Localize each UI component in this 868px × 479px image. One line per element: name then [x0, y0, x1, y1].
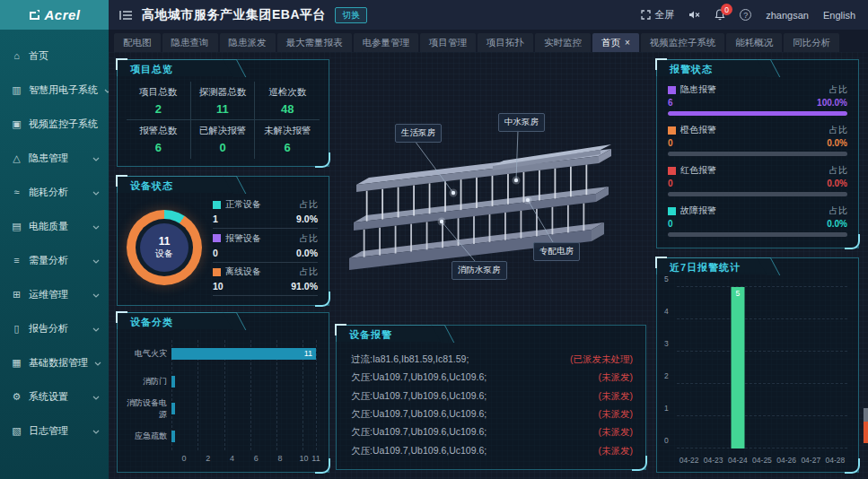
- ratio-label: 占比: [829, 205, 847, 217]
- scrollbar-thumb[interactable]: [864, 408, 868, 422]
- sidebar-item-智慧用电子系统[interactable]: ▥智慧用电子系统: [0, 73, 109, 107]
- bar-slot: [823, 287, 847, 449]
- tab-首页[interactable]: 首页×: [592, 33, 639, 52]
- scene-marker-专配电房[interactable]: 专配电房: [533, 242, 580, 261]
- x-tick-label: 8: [277, 454, 282, 463]
- legend-row-label: 报警设备占比: [213, 232, 318, 245]
- eba-dashboard: Acrel ⌂首页▥智慧用电子系统▣视频监控子系统△隐患管理≈能耗分析▤电能质量…: [0, 0, 868, 479]
- legend-value: 1: [213, 213, 218, 224]
- bar-value-label: 11: [304, 349, 312, 358]
- scene-marker-生活泵房[interactable]: 生活泵房: [395, 124, 442, 143]
- tab-隐患派发[interactable]: 隐患派发: [220, 33, 276, 52]
- x-tick-label: 10: [300, 454, 309, 463]
- scrollbar-marker[interactable]: [864, 422, 868, 443]
- alarm-count: 0: [668, 138, 673, 148]
- menu-fold-icon[interactable]: [119, 10, 133, 21]
- help-button[interactable]: ?: [740, 9, 751, 21]
- x-tick-label: 4: [230, 454, 234, 463]
- alarm-message: 欠压:Ua109.7,Ub109.6,Uc109.6;: [351, 408, 487, 421]
- alarm-status-item: 故障报警占比00.0%: [668, 205, 847, 237]
- demand-icon: ≡: [11, 255, 22, 266]
- chevron-down-icon: [92, 221, 100, 231]
- sidebar-item-能耗分析[interactable]: ≈能耗分析: [0, 175, 109, 209]
- tab-视频监控子系统[interactable]: 视频监控子系统: [641, 33, 725, 52]
- x-tick-label: 6: [254, 454, 259, 463]
- alarm-message: 欠压:Ua109.7,Ub109.6,Uc109.6;: [351, 371, 487, 384]
- scene-marker-消防水泵房[interactable]: 消防水泵房: [452, 261, 507, 280]
- x-tick-label: 04-27: [799, 456, 823, 465]
- sidebar-item-需量分析[interactable]: ≡需量分析: [0, 243, 109, 277]
- language-switch[interactable]: English: [823, 10, 855, 21]
- y-tick-label: 5: [664, 274, 669, 283]
- sidebar-item-日志管理[interactable]: ▧日志管理: [0, 414, 109, 448]
- tab-配电图[interactable]: 配电图: [114, 33, 161, 52]
- legend-swatch: [668, 126, 676, 135]
- tab-电参量管理[interactable]: 电参量管理: [354, 33, 419, 52]
- alarm-list-item: 欠压:Ua109.7,Ub109.6,Uc109.6;(未派发): [351, 388, 633, 405]
- ops-icon: ⊞: [11, 289, 22, 300]
- sidebar-item-报告分析[interactable]: ▯报告分析: [0, 311, 109, 345]
- overview-stat: 报警总数6: [127, 120, 191, 159]
- stat-value: 2: [155, 102, 162, 116]
- tab-能耗概况[interactable]: 能耗概况: [726, 33, 782, 52]
- alarm-status-item: 隐患报警占比6100.0%: [668, 83, 847, 116]
- ratio-label: 占比: [300, 232, 318, 245]
- username[interactable]: zhangsan: [766, 10, 809, 21]
- stat-value: 6: [155, 141, 162, 154]
- sidebar-item-label: 隐患管理: [29, 152, 68, 165]
- alarm-status-values: 00.0%: [668, 138, 847, 148]
- bar: 5: [731, 287, 744, 449]
- sidebar-item-系统设置[interactable]: ⚙系统设置: [0, 379, 109, 414]
- sidebar-item-电能质量[interactable]: ▤电能质量: [0, 209, 109, 243]
- tab-实时监控[interactable]: 实时监控: [535, 33, 591, 52]
- bar: [171, 376, 175, 388]
- scene-marker-中水泵房[interactable]: 中水泵房: [498, 113, 545, 132]
- building-3d-scene[interactable]: 生活泵房中水泵房消防水泵房专配电房: [333, 52, 652, 317]
- panel-head: 近7日报警统计: [656, 257, 767, 274]
- bar-row: [171, 422, 316, 450]
- bar-slot: [677, 287, 701, 449]
- sidebar-item-隐患管理[interactable]: △隐患管理: [0, 141, 109, 175]
- sidebar-item-label: 报告分析: [29, 322, 68, 335]
- progress-track: [668, 232, 847, 237]
- tab-最大需量报表[interactable]: 最大需量报表: [277, 33, 352, 52]
- tab-项目拓扑[interactable]: 项目拓扑: [478, 33, 533, 52]
- tab-label: 电参量管理: [363, 37, 410, 49]
- overview-stat: 项目总数2: [127, 82, 191, 120]
- tab-label: 能耗概况: [735, 37, 773, 49]
- base-data-icon: ▦: [11, 357, 22, 369]
- alarm-list-item: 欠压:Ua109.7,Ub109.6,Uc109.6;(未派发): [351, 423, 633, 441]
- tab-close-icon[interactable]: ×: [625, 38, 630, 48]
- tab-项目管理[interactable]: 项目管理: [420, 33, 476, 52]
- panel-head: 报警状态: [656, 59, 767, 76]
- page-title: 高地城市服务产业集团EBA平台: [142, 7, 326, 23]
- stat-label: 已解决报警: [199, 125, 247, 137]
- x-tick-label: 04-22: [677, 456, 701, 465]
- stat-value: 6: [285, 141, 291, 154]
- notifications-button[interactable]: 0: [715, 9, 725, 21]
- alarm-status-item: 红色报警占比00.0%: [668, 164, 847, 196]
- overview-stat: 探测器总数11: [191, 82, 256, 120]
- tab-隐患查询[interactable]: 隐患查询: [162, 33, 218, 52]
- sidebar-item-视频监控子系统[interactable]: ▣视频监控子系统: [0, 107, 109, 141]
- brand-logo: Acrel: [0, 0, 109, 30]
- mute-button[interactable]: [688, 10, 700, 20]
- legend-label: 正常设备: [225, 198, 261, 211]
- bar-slot: [775, 287, 799, 449]
- overview-stat: 巡检次数48: [255, 82, 320, 120]
- sidebar-item-基础数据管理[interactable]: ▦基础数据管理: [0, 345, 109, 379]
- brand-logo-text: Acrel: [44, 7, 80, 22]
- page-scrollbar[interactable]: [864, 408, 868, 443]
- alarm-pct: 0.0%: [827, 219, 847, 229]
- ratio-label: 占比: [300, 266, 318, 278]
- alarm-status-header: 隐患报警占比: [668, 83, 847, 96]
- tab-同比分析[interactable]: 同比分析: [784, 33, 839, 52]
- category-label: 消防设备电源: [125, 396, 171, 423]
- fullscreen-icon: [641, 10, 651, 20]
- sidebar-item-首页[interactable]: ⌂首页: [0, 39, 109, 73]
- sidebar-item-label: 能耗分析: [29, 186, 68, 199]
- fullscreen-button[interactable]: 全屏: [641, 8, 674, 22]
- switch-project-button[interactable]: 切换: [335, 7, 367, 23]
- alarm-list-item: 欠压:Ua109.7,Ub109.6,Uc109.6;(未派发): [351, 405, 633, 423]
- sidebar-item-运维管理[interactable]: ⊞运维管理: [0, 277, 109, 311]
